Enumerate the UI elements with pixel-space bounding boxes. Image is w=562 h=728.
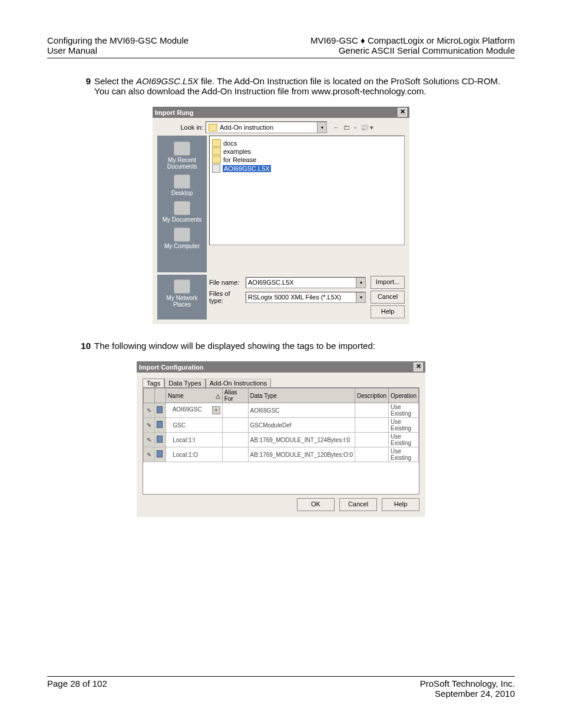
import-configuration-titlebar: Import Configuration ✕ [137,361,425,373]
header-right-1: MVI69-GSC ♦ CompactLogix or MicroLogix P… [310,35,515,45]
tab-aoi[interactable]: Add-On Instructions [206,378,271,387]
folder-for-release[interactable]: for Release [212,156,402,163]
cell-description[interactable] [355,418,389,433]
file-list[interactable]: docs examples for Release AOI69GSC.L5X [209,136,405,245]
filetype-label: Files of type: [209,290,246,304]
footer-date: September 24, 2010 [420,689,515,699]
filename-label: File name: [209,279,246,286]
import-configuration-title: Import Configuration [139,364,203,371]
ok-button[interactable]: OK [297,498,335,511]
row-tag-icon [155,433,166,447]
cell-alias[interactable] [222,403,248,418]
row-tag-icon [155,447,166,462]
table-row[interactable]: ✎ Local:1:OAB:1769_MODULE_INT_120Bytes:O… [144,447,419,462]
import-configuration-dialog: Import Configuration ✕ Tags Data Types A… [137,361,425,517]
cell-datatype[interactable]: AB:1769_MODULE_INT_120Bytes:O:0 [248,447,355,462]
places-recent[interactable]: My Recent Documents [157,141,207,170]
content-area: 9 Select the AOI69GSC.L5X file. The Add-… [47,76,515,517]
step-9-text: Select the AOI69GSC.L5X file. The Add-On… [94,76,515,96]
places-mydocuments[interactable]: My Documents [163,201,202,223]
folder-icon [212,156,221,163]
header-right-2: Generic ASCII Serial Communication Modul… [310,45,515,55]
cell-operation[interactable]: Use Existing [389,403,419,418]
folder-icon [209,124,217,131]
lookin-value: Add-On instruction [220,124,273,131]
places-desktop[interactable]: Desktop [171,174,193,196]
places-mycomputer[interactable]: My Computer [164,228,200,249]
filename-input[interactable]: AOI69GSC.L5X ▾ [246,277,366,288]
grid-header-row: Name △ Alias For Data Type Description O… [144,388,419,403]
col-alias[interactable]: Alias For [222,388,248,403]
row-tag-icon [155,418,166,433]
import-rung-titlebar: Import Rung ✕ [153,107,409,118]
chevron-down-icon[interactable]: ▾ [317,122,326,133]
chevron-down-icon[interactable]: ▾ [356,278,365,288]
file-selected[interactable]: AOI69GSC.L5X [212,164,402,173]
help-button[interactable]: Help [382,498,419,511]
row-expand-icon[interactable]: ✎ [144,433,155,447]
cell-name[interactable]: Local:1:O [166,447,222,462]
cell-alias[interactable] [222,447,248,462]
step-9-number: 9 [71,76,91,96]
my-network-icon [174,279,190,294]
cell-name[interactable]: GSC [166,418,222,433]
step-9-filename: AOI69GSC.L5X [136,76,199,86]
cell-description[interactable] [355,403,389,418]
tags-grid[interactable]: Name △ Alias For Data Type Description O… [143,387,419,495]
chevron-down-icon[interactable]: ▾ [212,406,220,414]
cell-alias[interactable] [222,418,248,433]
header-left-2: User Manual [47,45,189,55]
cancel-button[interactable]: Cancel [339,498,377,511]
config-tabs: Tags Data Types Add-On Instructions [143,378,419,387]
places-mynetwork[interactable]: My Network Places [157,279,207,308]
header-left-1: Configuring the MVI69-GSC Module [47,35,189,45]
chevron-down-icon[interactable]: ▾ [356,292,365,302]
lookin-dropdown[interactable]: Add-On instruction ▾ [206,121,327,133]
cell-datatype[interactable]: GSCModuleDef [248,418,355,433]
page-header: Configuring the MVI69-GSC Module User Ma… [47,35,515,58]
recent-documents-icon [174,141,190,156]
page-footer: Page 28 of 102 ProSoft Technology, Inc. … [47,676,515,699]
cancel-button[interactable]: Cancel [371,291,405,304]
file-dialog-toolbar[interactable]: ← 🗀 ▫ 📰▾ [333,124,375,131]
filetype-dropdown[interactable]: RSLogix 5000 XML Files (*.L5X) ▾ [246,292,366,303]
step-9: 9 Select the AOI69GSC.L5X file. The Add-… [71,76,515,96]
help-button[interactable]: Help [371,305,405,318]
cell-operation[interactable]: Use Existing [389,418,419,433]
import-rung-dialog: Import Rung ✕ Look in: Add-On instructio… [153,107,409,324]
row-expand-icon[interactable]: ✎ [144,447,155,462]
cell-operation[interactable]: Use Existing [389,447,419,462]
cell-name[interactable]: Local:1:I [166,433,222,447]
footer-company: ProSoft Technology, Inc. [420,678,515,689]
table-row[interactable]: ✎ GSCGSCModuleDefUse Existing [144,418,419,433]
places-bar: My Recent Documents Desktop My Documents [157,136,207,272]
col-description[interactable]: Description [355,388,389,403]
cell-name[interactable]: AOI69GSC▾ [166,403,222,418]
close-icon[interactable]: ✕ [414,363,423,371]
folder-icon [212,139,221,147]
col-operation[interactable]: Operation [389,388,419,403]
cell-operation[interactable]: Use Existing [389,433,419,447]
col-datatype[interactable]: Data Type [248,388,355,403]
my-documents-icon [174,201,190,215]
row-expand-icon[interactable]: ✎ [144,418,155,433]
import-button[interactable]: Import... [371,276,405,289]
cell-description[interactable] [355,433,389,447]
table-row[interactable]: ✎ Local:1:IAB:1769_MODULE_INT_124Bytes:I… [144,433,419,447]
sort-asc-icon: △ [216,393,220,399]
step-10: 10 The following window will be displaye… [71,341,515,351]
tab-tags[interactable]: Tags [143,378,164,387]
cell-alias[interactable] [222,433,248,447]
table-row[interactable]: ✎ AOI69GSC▾AOI69GSCUse Existing [144,403,419,418]
cell-description[interactable] [355,447,389,462]
cell-datatype[interactable]: AB:1769_MODULE_INT_124Bytes:I:0 [248,433,355,447]
folder-icon [212,147,221,155]
folder-examples[interactable]: examples [212,147,402,155]
import-rung-title: Import Rung [155,109,193,116]
close-icon[interactable]: ✕ [398,108,407,117]
row-expand-icon[interactable]: ✎ [144,403,155,418]
col-name[interactable]: Name △ [166,388,222,403]
cell-datatype[interactable]: AOI69GSC [248,403,355,418]
tab-datatypes[interactable]: Data Types [164,378,205,387]
folder-docs[interactable]: docs [212,139,402,147]
